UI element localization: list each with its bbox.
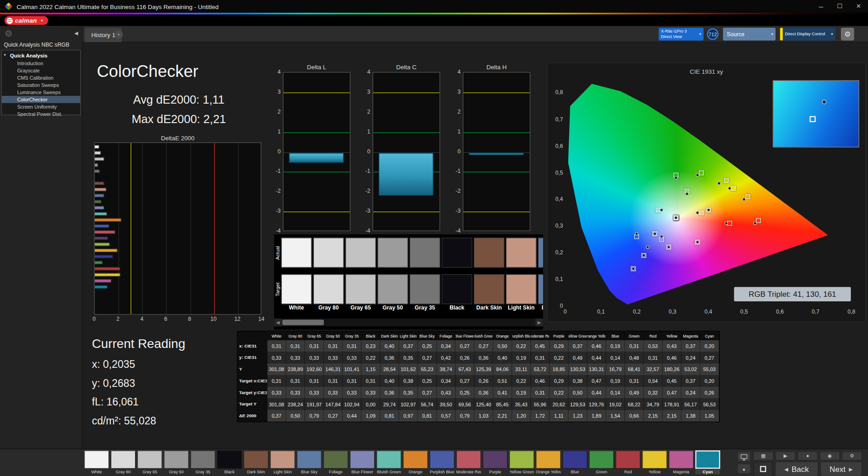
close-button[interactable]: ✕ xyxy=(849,0,868,13)
sidebar-item-spectral-power-dist-[interactable]: Spectral Power Dist. xyxy=(2,110,80,118)
display-control-dropdown[interactable]: Direct Display Control ▼ xyxy=(780,28,835,40)
target-row-label: Target xyxy=(274,274,280,304)
patch-button-gray-65[interactable]: Gray 65 xyxy=(137,451,162,475)
swatch-compare-panel: Actual Target WhiteGray 80Gray 65Gray 50… xyxy=(274,234,543,330)
sidebar-item-introduction[interactable]: Introduction xyxy=(2,60,80,67)
table-cell: 56,74 xyxy=(418,398,437,410)
eject-button[interactable]: ▲ xyxy=(737,464,750,474)
patch-swatch xyxy=(589,451,614,469)
patch-button-gray-80[interactable]: Gray 80 xyxy=(111,451,136,475)
scrollbar-thumb[interactable] xyxy=(282,320,324,325)
table-cell: 192,60 xyxy=(305,363,324,375)
table-column-header: Gray 35 xyxy=(343,331,362,340)
patch-button-moderate-red[interactable]: Moderate Red xyxy=(456,451,481,475)
table-cell: 125,39 xyxy=(474,363,493,375)
axis-tick-label: 0 xyxy=(274,148,281,154)
axis-tick-label: 0,8 xyxy=(845,309,858,314)
cie-target-marker xyxy=(756,218,761,223)
workflow-menu-button[interactable] xyxy=(5,30,11,36)
patch-label: Purple xyxy=(483,469,508,474)
target-line xyxy=(283,212,350,212)
cie-measured-marker xyxy=(696,174,699,177)
axis-tick-label: 0 xyxy=(89,316,99,322)
sidebar-item-luminance-sweeps[interactable]: Luminance Sweeps xyxy=(2,89,80,96)
table-cell: 0,42 xyxy=(437,352,456,364)
swatch-actual-gray-50 xyxy=(377,238,408,267)
patch-button-green[interactable]: Green xyxy=(589,451,614,475)
patch-button-blue[interactable]: Blue xyxy=(562,451,587,475)
cie-measured-marker xyxy=(675,176,678,180)
patch-button-yellow-green[interactable]: Yellow Green xyxy=(509,451,534,475)
patch-button-gray-50[interactable]: Gray 50 xyxy=(164,451,189,475)
meter-select-dropdown[interactable]: X-Rite i1Pro 3 Direct View ▼ xyxy=(659,28,703,40)
patch-button-gray-35[interactable]: Gray 35 xyxy=(190,451,215,475)
patch-button-yellow[interactable]: Yellow xyxy=(642,451,667,475)
axis-tick-label: 0,2 xyxy=(550,249,563,255)
options-button[interactable]: ⚙ xyxy=(842,452,862,461)
source-dropdown[interactable]: Source ▼ xyxy=(723,28,775,40)
patch-button-bluish-green[interactable]: Bluish Green xyxy=(377,451,401,475)
pattern-grid-button[interactable]: ▦ xyxy=(754,452,774,461)
preview-button[interactable]: ◉ xyxy=(820,452,840,461)
table-cell: 0,37 xyxy=(399,340,418,352)
stop-button[interactable] xyxy=(754,462,773,476)
add-tab-button[interactable]: + xyxy=(114,30,123,38)
chevron-down-icon: ▼ xyxy=(829,33,835,36)
back-button[interactable]: ◀ Back xyxy=(775,462,818,476)
table-cell: 0,33 xyxy=(305,387,324,399)
record-icon: ● xyxy=(806,453,809,459)
tolerance-line xyxy=(463,172,530,172)
grid-line xyxy=(238,143,238,314)
scroll-right-button[interactable]: ▶ xyxy=(535,319,543,326)
calman-menu-button[interactable]: calman ▼ xyxy=(5,16,48,25)
minimize-button[interactable]: ─ xyxy=(811,0,830,13)
record-button[interactable]: ● xyxy=(797,452,817,461)
table-cell: 55,23 xyxy=(418,363,437,375)
table-cell: 0,33 xyxy=(267,352,286,364)
patch-button-dark-skin[interactable]: Dark Skin xyxy=(244,451,269,475)
sidebar-collapse-button[interactable]: ◀ xyxy=(74,30,78,36)
scrollbar-track[interactable] xyxy=(282,319,535,326)
gear-icon: ⚙ xyxy=(844,30,851,38)
patch-label: Magenta xyxy=(669,469,693,474)
axis-tick-label: 0,5 xyxy=(550,169,563,175)
table-cell: 0,31 xyxy=(324,375,343,387)
patch-button-white[interactable]: White xyxy=(84,451,109,475)
table-cell: 0,31 xyxy=(625,340,644,352)
table-cell: 0,81 xyxy=(380,410,399,422)
display-profile-button[interactable] xyxy=(737,452,750,462)
table-cell: 1,03 xyxy=(474,410,493,422)
sidebar-item-cms-calibration[interactable]: CMS Calibration xyxy=(2,74,80,81)
patch-button-cyan[interactable]: Cyan xyxy=(695,451,720,475)
axis-tick-label: 8 xyxy=(184,316,195,322)
patch-button-magenta[interactable]: Magenta xyxy=(669,451,693,475)
patch-button-red[interactable]: Red xyxy=(616,451,641,475)
scroll-left-button[interactable]: ◀ xyxy=(274,319,282,326)
sidebar-item-colorchecker[interactable]: ColorChecker xyxy=(2,96,80,103)
swatch-column-label: Light Skin xyxy=(506,305,536,310)
table-cell: 1,05 xyxy=(700,410,719,422)
axis-tick-label: 3 xyxy=(274,89,281,95)
sidebar-item-saturation-sweeps[interactable]: Saturation Sweeps xyxy=(2,81,80,89)
play-button[interactable]: ▶ xyxy=(776,452,796,461)
patch-button-light-skin[interactable]: Light Skin xyxy=(270,451,295,475)
patch-button-blue-flower[interactable]: Blue Flower xyxy=(350,451,375,475)
table-corner-cell xyxy=(237,331,267,340)
sidebar-item-grayscale[interactable]: Grayscale xyxy=(2,67,80,74)
patch-button-purple[interactable]: Purple xyxy=(483,451,508,475)
patch-button-blue-sky[interactable]: Blue Sky xyxy=(297,451,321,475)
sidebar-item-quick-analysis[interactable]: Quick Analysis xyxy=(2,52,80,60)
patch-button-purplish-blue[interactable]: Purplish Blue xyxy=(429,451,454,475)
patch-button-orange[interactable]: Orange xyxy=(403,451,428,475)
settings-button[interactable]: ⚙ xyxy=(841,28,854,40)
table-cell: 0,20 xyxy=(700,375,719,387)
patch-button-foliage[interactable]: Foliage xyxy=(323,451,348,475)
sidebar-item-screen-uniformity[interactable]: Screen Uniformity xyxy=(2,103,80,110)
patch-label: Orange Yellow xyxy=(536,469,561,474)
table-cell: 1,38 xyxy=(681,410,700,422)
patch-button-orange-yellow[interactable]: Orange Yellow xyxy=(536,451,561,475)
maximize-button[interactable]: ☐ xyxy=(830,0,849,13)
swatch-target-gray-50 xyxy=(377,274,408,304)
patch-button-black[interactable]: Black xyxy=(217,451,242,475)
next-button[interactable]: Next ▶ xyxy=(821,462,862,476)
